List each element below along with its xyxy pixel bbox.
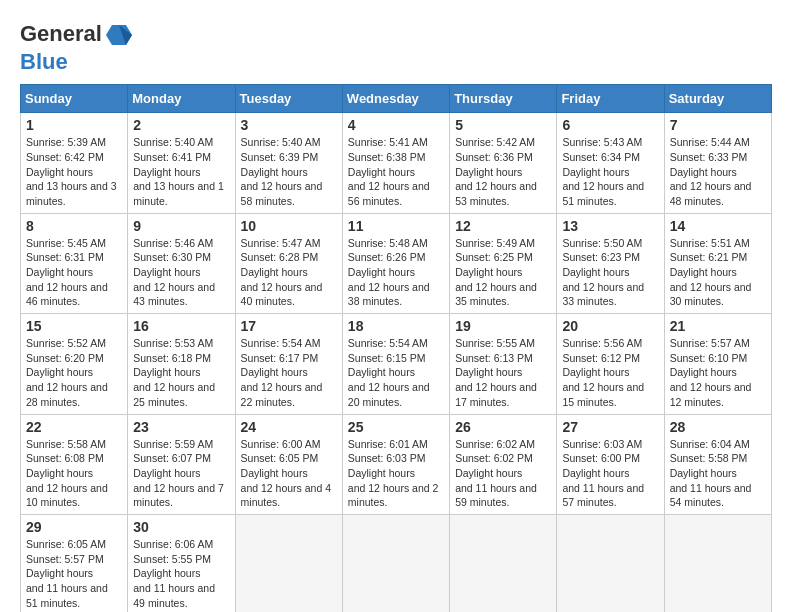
day-number: 19 [455, 318, 551, 334]
calendar-cell: 16 Sunrise: 5:53 AM Sunset: 6:18 PM Dayl… [128, 314, 235, 414]
day-info: Sunrise: 5:56 AM Sunset: 6:12 PM Dayligh… [562, 336, 658, 409]
calendar-cell [342, 514, 449, 612]
calendar-cell [664, 514, 771, 612]
day-info: Sunrise: 5:46 AM Sunset: 6:30 PM Dayligh… [133, 236, 229, 309]
day-info: Sunrise: 6:00 AM Sunset: 6:05 PM Dayligh… [241, 437, 337, 510]
calendar-cell: 19 Sunrise: 5:55 AM Sunset: 6:13 PM Dayl… [450, 314, 557, 414]
day-info: Sunrise: 6:01 AM Sunset: 6:03 PM Dayligh… [348, 437, 444, 510]
calendar-week-4: 29 Sunrise: 6:05 AM Sunset: 5:57 PM Dayl… [21, 514, 772, 612]
day-number: 7 [670, 117, 766, 133]
calendar-cell: 30 Sunrise: 6:06 AM Sunset: 5:55 PM Dayl… [128, 514, 235, 612]
calendar-cell: 17 Sunrise: 5:54 AM Sunset: 6:17 PM Dayl… [235, 314, 342, 414]
calendar-week-1: 8 Sunrise: 5:45 AM Sunset: 6:31 PM Dayli… [21, 213, 772, 313]
day-number: 8 [26, 218, 122, 234]
weekday-header-row: SundayMondayTuesdayWednesdayThursdayFrid… [21, 85, 772, 113]
day-number: 26 [455, 419, 551, 435]
day-number: 21 [670, 318, 766, 334]
day-info: Sunrise: 5:44 AM Sunset: 6:33 PM Dayligh… [670, 135, 766, 208]
calendar-cell: 7 Sunrise: 5:44 AM Sunset: 6:33 PM Dayli… [664, 113, 771, 213]
day-info: Sunrise: 5:54 AM Sunset: 6:15 PM Dayligh… [348, 336, 444, 409]
day-number: 20 [562, 318, 658, 334]
day-info: Sunrise: 5:51 AM Sunset: 6:21 PM Dayligh… [670, 236, 766, 309]
day-number: 13 [562, 218, 658, 234]
day-info: Sunrise: 5:41 AM Sunset: 6:38 PM Dayligh… [348, 135, 444, 208]
day-number: 17 [241, 318, 337, 334]
day-info: Sunrise: 5:43 AM Sunset: 6:34 PM Dayligh… [562, 135, 658, 208]
weekday-header-tuesday: Tuesday [235, 85, 342, 113]
day-number: 14 [670, 218, 766, 234]
day-info: Sunrise: 5:50 AM Sunset: 6:23 PM Dayligh… [562, 236, 658, 309]
calendar-cell: 27 Sunrise: 6:03 AM Sunset: 6:00 PM Dayl… [557, 414, 664, 514]
day-info: Sunrise: 5:40 AM Sunset: 6:39 PM Dayligh… [241, 135, 337, 208]
calendar-cell: 18 Sunrise: 5:54 AM Sunset: 6:15 PM Dayl… [342, 314, 449, 414]
day-number: 27 [562, 419, 658, 435]
calendar-cell [235, 514, 342, 612]
day-number: 5 [455, 117, 551, 133]
calendar-cell [450, 514, 557, 612]
day-number: 23 [133, 419, 229, 435]
day-number: 29 [26, 519, 122, 535]
calendar-cell: 1 Sunrise: 5:39 AM Sunset: 6:42 PM Dayli… [21, 113, 128, 213]
day-number: 1 [26, 117, 122, 133]
day-number: 18 [348, 318, 444, 334]
calendar-cell: 11 Sunrise: 5:48 AM Sunset: 6:26 PM Dayl… [342, 213, 449, 313]
calendar-cell: 26 Sunrise: 6:02 AM Sunset: 6:02 PM Dayl… [450, 414, 557, 514]
calendar-cell: 23 Sunrise: 5:59 AM Sunset: 6:07 PM Dayl… [128, 414, 235, 514]
calendar-cell [557, 514, 664, 612]
calendar-cell: 10 Sunrise: 5:47 AM Sunset: 6:28 PM Dayl… [235, 213, 342, 313]
day-number: 30 [133, 519, 229, 535]
day-info: Sunrise: 5:42 AM Sunset: 6:36 PM Dayligh… [455, 135, 551, 208]
day-number: 4 [348, 117, 444, 133]
calendar-cell: 13 Sunrise: 5:50 AM Sunset: 6:23 PM Dayl… [557, 213, 664, 313]
day-info: Sunrise: 6:04 AM Sunset: 5:58 PM Dayligh… [670, 437, 766, 510]
day-number: 10 [241, 218, 337, 234]
calendar-cell: 15 Sunrise: 5:52 AM Sunset: 6:20 PM Dayl… [21, 314, 128, 414]
calendar-cell: 8 Sunrise: 5:45 AM Sunset: 6:31 PM Dayli… [21, 213, 128, 313]
day-info: Sunrise: 5:45 AM Sunset: 6:31 PM Dayligh… [26, 236, 122, 309]
logo-general: General [20, 21, 102, 46]
day-info: Sunrise: 6:06 AM Sunset: 5:55 PM Dayligh… [133, 537, 229, 610]
day-info: Sunrise: 6:02 AM Sunset: 6:02 PM Dayligh… [455, 437, 551, 510]
calendar-week-0: 1 Sunrise: 5:39 AM Sunset: 6:42 PM Dayli… [21, 113, 772, 213]
day-number: 15 [26, 318, 122, 334]
weekday-header-saturday: Saturday [664, 85, 771, 113]
day-number: 11 [348, 218, 444, 234]
day-info: Sunrise: 5:54 AM Sunset: 6:17 PM Dayligh… [241, 336, 337, 409]
day-number: 25 [348, 419, 444, 435]
calendar-cell: 6 Sunrise: 5:43 AM Sunset: 6:34 PM Dayli… [557, 113, 664, 213]
calendar-cell: 4 Sunrise: 5:41 AM Sunset: 6:38 PM Dayli… [342, 113, 449, 213]
day-number: 22 [26, 419, 122, 435]
calendar-week-2: 15 Sunrise: 5:52 AM Sunset: 6:20 PM Dayl… [21, 314, 772, 414]
day-info: Sunrise: 5:55 AM Sunset: 6:13 PM Dayligh… [455, 336, 551, 409]
day-info: Sunrise: 5:48 AM Sunset: 6:26 PM Dayligh… [348, 236, 444, 309]
calendar-week-3: 22 Sunrise: 5:58 AM Sunset: 6:08 PM Dayl… [21, 414, 772, 514]
weekday-header-monday: Monday [128, 85, 235, 113]
day-info: Sunrise: 5:40 AM Sunset: 6:41 PM Dayligh… [133, 135, 229, 208]
calendar-cell: 25 Sunrise: 6:01 AM Sunset: 6:03 PM Dayl… [342, 414, 449, 514]
day-info: Sunrise: 5:58 AM Sunset: 6:08 PM Dayligh… [26, 437, 122, 510]
day-number: 3 [241, 117, 337, 133]
day-number: 28 [670, 419, 766, 435]
day-number: 9 [133, 218, 229, 234]
calendar-cell: 12 Sunrise: 5:49 AM Sunset: 6:25 PM Dayl… [450, 213, 557, 313]
calendar-cell: 14 Sunrise: 5:51 AM Sunset: 6:21 PM Dayl… [664, 213, 771, 313]
day-info: Sunrise: 6:03 AM Sunset: 6:00 PM Dayligh… [562, 437, 658, 510]
day-number: 12 [455, 218, 551, 234]
day-info: Sunrise: 5:52 AM Sunset: 6:20 PM Dayligh… [26, 336, 122, 409]
day-info: Sunrise: 5:57 AM Sunset: 6:10 PM Dayligh… [670, 336, 766, 409]
day-number: 6 [562, 117, 658, 133]
day-number: 24 [241, 419, 337, 435]
calendar-cell: 3 Sunrise: 5:40 AM Sunset: 6:39 PM Dayli… [235, 113, 342, 213]
weekday-header-wednesday: Wednesday [342, 85, 449, 113]
calendar-cell: 2 Sunrise: 5:40 AM Sunset: 6:41 PM Dayli… [128, 113, 235, 213]
calendar-cell: 22 Sunrise: 5:58 AM Sunset: 6:08 PM Dayl… [21, 414, 128, 514]
weekday-header-sunday: Sunday [21, 85, 128, 113]
day-info: Sunrise: 5:59 AM Sunset: 6:07 PM Dayligh… [133, 437, 229, 510]
day-info: Sunrise: 5:49 AM Sunset: 6:25 PM Dayligh… [455, 236, 551, 309]
calendar-cell: 29 Sunrise: 6:05 AM Sunset: 5:57 PM Dayl… [21, 514, 128, 612]
calendar-cell: 5 Sunrise: 5:42 AM Sunset: 6:36 PM Dayli… [450, 113, 557, 213]
weekday-header-friday: Friday [557, 85, 664, 113]
day-info: Sunrise: 5:47 AM Sunset: 6:28 PM Dayligh… [241, 236, 337, 309]
day-number: 2 [133, 117, 229, 133]
logo-blue: Blue [20, 49, 68, 74]
